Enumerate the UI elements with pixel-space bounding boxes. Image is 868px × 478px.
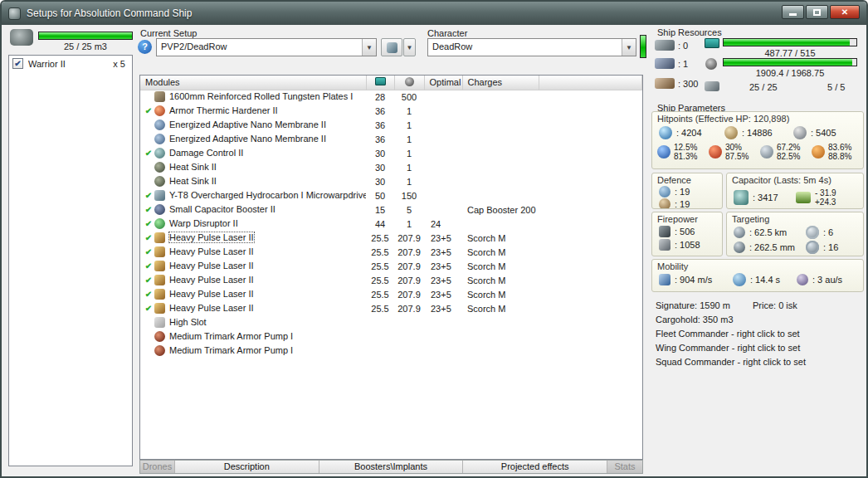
module-powergrid: 207.9	[394, 231, 424, 245]
module-charges[interactable]: Cap Booster 200	[462, 202, 539, 217]
setup-combobox-value: PVP2/DeadRow	[157, 39, 362, 56]
module-filler	[539, 118, 642, 132]
module-row[interactable]: ✔Heavy Pulse Laser II25.5207.923+5Scorch…	[140, 301, 642, 315]
character-combobox[interactable]: DeadRow ▼	[427, 38, 636, 56]
module-charges[interactable]	[462, 160, 539, 174]
module-cpu: 44	[366, 217, 394, 231]
module-powergrid	[394, 329, 424, 344]
tab-description[interactable]: Description	[175, 461, 319, 473]
module-charges[interactable]: Scorch M	[462, 273, 539, 287]
fitting-tool-icon	[387, 42, 397, 53]
rig-icon	[154, 331, 165, 342]
modules-column-header[interactable]: Modules	[140, 76, 366, 90]
module-row[interactable]: ✔Heavy Pulse Laser II25.5207.923+5Scorch…	[140, 287, 642, 301]
titlebar[interactable]: Setups for Absolution Command Ship ✕	[2, 2, 866, 25]
module-cpu	[366, 344, 394, 358]
setup-combo-arrow-icon[interactable]: ▼	[362, 39, 376, 56]
module-charges[interactable]	[462, 344, 539, 358]
fitting-tools-dropdown-button[interactable]: ▼	[403, 38, 416, 56]
agility-value: : 14.4 s	[750, 275, 797, 285]
fleet-commander-setter[interactable]: Fleet Commander - right click to set	[656, 327, 865, 340]
module-powergrid: 207.9	[394, 301, 424, 315]
module-charges[interactable]	[462, 132, 539, 146]
module-cpu: 50	[366, 188, 394, 202]
drone-quantity: x 5	[113, 59, 125, 69]
module-filler	[539, 273, 642, 287]
tab-boosters-implants[interactable]: Boosters\Implants	[319, 461, 464, 473]
module-row[interactable]: ✔Heavy Pulse Laser II25.5207.923+5Scorch…	[140, 273, 642, 287]
module-row[interactable]: ✔Heavy Pulse Laser II25.5207.923+5Scorch…	[140, 259, 642, 273]
dps-value: : 1058	[675, 240, 700, 250]
drone-checkbox[interactable]: ✔	[12, 58, 23, 69]
powergrid-value: 1909.4 / 1968.75	[723, 68, 857, 78]
module-charges[interactable]	[462, 174, 539, 188]
capacitor-icon	[734, 190, 749, 205]
app-icon	[8, 7, 21, 20]
module-charges[interactable]	[462, 118, 539, 132]
module-row[interactable]: Energized Adaptive Nano Membrane II361	[140, 118, 642, 132]
launcher-hardpoints-icon	[655, 58, 675, 69]
cpu-value: 487.77 / 515	[723, 48, 857, 58]
module-row[interactable]: Medium Trimark Armor Pump I	[140, 329, 642, 344]
character-combo-arrow-icon[interactable]: ▼	[622, 39, 636, 56]
tab-projected-effects[interactable]: Projected effects	[463, 461, 607, 473]
module-charges[interactable]: Scorch M	[462, 259, 539, 273]
module-name: 1600mm Reinforced Rolled Tungsten Plates…	[169, 91, 353, 101]
module-filler	[539, 259, 642, 273]
module-charges[interactable]: Scorch M	[462, 231, 539, 245]
module-optimal	[424, 174, 462, 188]
setup-combobox[interactable]: PVP2/DeadRow ▼	[156, 38, 377, 56]
drone-list-item[interactable]: ✔Warrior IIx 5	[9, 56, 132, 71]
module-charges[interactable]	[462, 217, 539, 231]
wing-commander-setter[interactable]: Wing Commander - right click to set	[656, 341, 865, 354]
module-powergrid: 207.9	[394, 273, 424, 287]
module-row[interactable]: ✔Warp Disruptor II44124	[140, 217, 642, 231]
module-row[interactable]: Energized Adaptive Nano Membrane II361	[140, 132, 642, 146]
module-row[interactable]: Heat Sink II301	[140, 174, 642, 188]
module-charges[interactable]: Scorch M	[462, 301, 539, 315]
module-row[interactable]: ✔Heavy Pulse Laser II25.5207.923+5Scorch…	[140, 231, 642, 245]
module-row[interactable]: ✔Y-T8 Overcharged Hydrocarbon I Microwar…	[140, 188, 642, 202]
fitting-tools-button[interactable]	[381, 38, 402, 56]
module-name: Heat Sink II	[169, 176, 217, 186]
cpu-column-header[interactable]	[366, 76, 394, 90]
module-optimal	[424, 202, 462, 217]
module-row[interactable]: Medium Trimark Armor Pump I	[140, 344, 642, 358]
maximize-button[interactable]	[806, 5, 828, 19]
module-row[interactable]: ✔Heavy Pulse Laser II25.5207.923+5Scorch…	[140, 245, 642, 259]
optimal-column-header[interactable]: Optimal	[424, 76, 462, 90]
dronebay-value: 25 / 25	[749, 82, 778, 92]
module-charges[interactable]	[462, 329, 539, 344]
module-optimal: 23+5	[424, 273, 462, 287]
charges-column-header[interactable]: Charges	[462, 76, 539, 90]
module-row[interactable]: Heat Sink II301	[140, 160, 642, 174]
minimize-button[interactable]	[782, 5, 804, 19]
module-row[interactable]: ✔Small Capacitor Booster II155Cap Booste…	[140, 202, 642, 217]
module-charges[interactable]: Scorch M	[462, 245, 539, 259]
module-row[interactable]: 1600mm Reinforced Rolled Tungsten Plates…	[140, 90, 642, 104]
module-optimal	[424, 160, 462, 174]
tab-stats[interactable]: Stats	[607, 461, 642, 473]
module-optimal	[424, 132, 462, 146]
module-charges[interactable]	[462, 146, 539, 160]
help-icon[interactable]: ?	[138, 40, 152, 54]
tab-drones[interactable]: Drones	[140, 461, 175, 473]
module-cpu: 36	[366, 132, 394, 146]
drone-list[interactable]: ✔Warrior IIx 5	[8, 55, 133, 466]
module-charges[interactable]: Scorch M	[462, 287, 539, 301]
module-charges[interactable]	[462, 90, 539, 104]
defence-value-2: : 19	[675, 199, 690, 209]
module-charges[interactable]	[462, 188, 539, 202]
shield-resist-value: 30%	[725, 143, 749, 152]
module-name: Small Capacitor Booster II	[169, 204, 276, 214]
module-row[interactable]: ✔Damage Control II301	[140, 146, 642, 160]
squad-commander-setter[interactable]: Squad Commander - right click to set	[656, 355, 865, 368]
drone-resource-icon	[705, 81, 719, 91]
module-charges[interactable]	[462, 315, 539, 329]
powergrid-column-header[interactable]	[394, 76, 424, 90]
module-charges[interactable]	[462, 104, 539, 118]
close-button[interactable]: ✕	[830, 5, 860, 19]
module-row[interactable]: ✔Armor Thermic Hardener II361	[140, 104, 642, 118]
shield-resist-value: 67.2%	[777, 143, 800, 152]
module-row[interactable]: High Slot	[140, 315, 642, 329]
